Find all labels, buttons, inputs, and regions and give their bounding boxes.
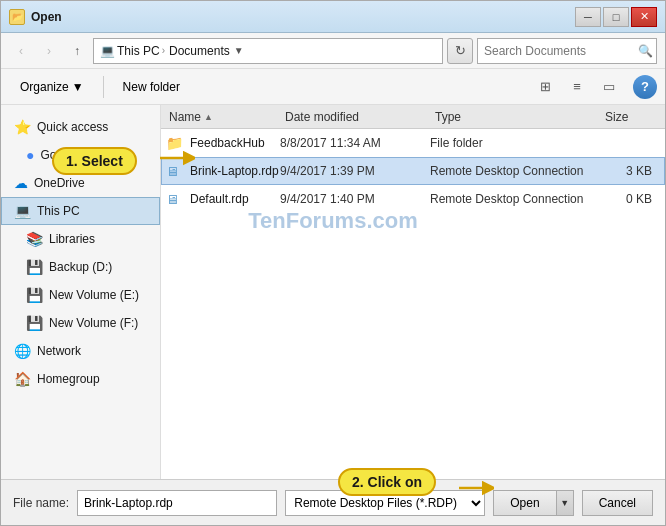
organize-button[interactable]: Organize ▼ (9, 74, 95, 100)
view-details-button[interactable]: ≡ (565, 75, 589, 99)
organize-chevron-icon: ▼ (72, 80, 84, 94)
minimize-button[interactable]: ─ (575, 7, 601, 27)
new-volume-f-icon: 💾 (26, 315, 43, 331)
window-icon: 📂 (9, 9, 25, 25)
path-segment-docs: Documents ▼ (169, 44, 244, 58)
view-columns-button[interactable]: ⊞ (533, 75, 557, 99)
google-drive-icon: ● (26, 147, 34, 163)
back-button[interactable]: ‹ (9, 39, 33, 63)
refresh-button[interactable]: ↻ (447, 38, 473, 64)
search-input[interactable] (484, 44, 634, 58)
sidebar-item-homegroup[interactable]: 🏠 Homegroup (1, 365, 160, 393)
file-area: Name ▲ Date modified Type Size (161, 105, 665, 479)
open-button[interactable]: Open (493, 490, 555, 516)
onedrive-icon: ☁ (14, 175, 28, 191)
address-bar: ‹ › ↑ 💻 This PC › Documents ▼ ↻ 🔍 (1, 33, 665, 69)
col-header-date[interactable]: Date modified (281, 110, 431, 124)
table-row[interactable]: 📁 FeedbackHub 8/8/2017 11:34 AM File fol… (161, 129, 665, 157)
sort-arrow-icon: ▲ (204, 112, 213, 122)
path-arrow-1: › (162, 45, 165, 56)
search-box[interactable]: 🔍 (477, 38, 657, 64)
dialog-window: 📂 Open ─ □ ✕ ‹ › ↑ 💻 This PC › Documents (0, 0, 666, 526)
title-bar: 📂 Open ─ □ ✕ (1, 1, 665, 33)
view-preview-button[interactable]: ▭ (597, 75, 621, 99)
rdp-icon: 🖥 (166, 164, 186, 179)
forward-button[interactable]: › (37, 39, 61, 63)
cancel-button[interactable]: Cancel (582, 490, 653, 516)
path-segment-pc: 💻 This PC › (100, 44, 165, 58)
path-dropdown-icon[interactable]: ▼ (234, 45, 244, 56)
this-pc-icon: 💻 (14, 203, 31, 219)
sidebar-item-this-pc[interactable]: 💻 This PC (1, 197, 160, 225)
sidebar-item-new-volume-f[interactable]: 💾 New Volume (F:) (1, 309, 160, 337)
open-dropdown-button[interactable]: ▼ (556, 490, 574, 516)
open-button-group: Open ▼ (493, 490, 573, 516)
homegroup-icon: 🏠 (14, 371, 31, 387)
toolbar-divider (103, 76, 104, 98)
sidebar-item-quick-access[interactable]: ⭐ Quick access (1, 113, 160, 141)
click-annotation: 2. Click on (338, 468, 436, 496)
filename-label: File name: (13, 496, 69, 510)
quick-access-icon: ⭐ (14, 119, 31, 135)
column-headers: Name ▲ Date modified Type Size (161, 105, 665, 129)
close-button[interactable]: ✕ (631, 7, 657, 27)
window-controls: ─ □ ✕ (575, 7, 657, 27)
up-button[interactable]: ↑ (65, 39, 89, 63)
maximize-button[interactable]: □ (603, 7, 629, 27)
open-dialog: 📂 Open ─ □ ✕ ‹ › ↑ 💻 This PC › Documents (0, 0, 666, 526)
sidebar-item-network[interactable]: 🌐 Network (1, 337, 160, 365)
address-path[interactable]: 💻 This PC › Documents ▼ (93, 38, 443, 64)
libraries-icon: 📚 (26, 231, 43, 247)
col-header-name[interactable]: Name ▲ (165, 110, 281, 124)
folder-icon: 📁 (166, 135, 186, 151)
col-header-size[interactable]: Size (601, 110, 661, 124)
file-list: 📁 FeedbackHub 8/8/2017 11:34 AM File fol… (161, 129, 665, 479)
col-header-type[interactable]: Type (431, 110, 601, 124)
help-button[interactable]: ? (633, 75, 657, 99)
new-volume-e-icon: 💾 (26, 287, 43, 303)
sidebar-item-new-volume-e[interactable]: 💾 New Volume (E:) (1, 281, 160, 309)
filename-input[interactable] (77, 490, 277, 516)
bottom-bar: File name: Remote Desktop Files (*.RDP) … (1, 479, 665, 525)
pc-icon: 💻 (100, 44, 115, 58)
toolbar: Organize ▼ New folder ⊞ ≡ ▭ ? (1, 69, 665, 105)
rdp-icon: 🖥 (166, 192, 186, 207)
select-annotation: 1. Select (52, 147, 137, 175)
sidebar-item-backup[interactable]: 💾 Backup (D:) (1, 253, 160, 281)
search-icon: 🔍 (638, 44, 653, 58)
new-folder-button[interactable]: New folder (112, 74, 191, 100)
sidebar-item-libraries[interactable]: 📚 Libraries (1, 225, 160, 253)
table-row[interactable]: 🖥 Brink-Laptop.rdp 9/4/2017 1:39 PM Remo… (161, 157, 665, 185)
window-title: Open (31, 10, 575, 24)
backup-icon: 💾 (26, 259, 43, 275)
network-icon: 🌐 (14, 343, 31, 359)
table-row[interactable]: 🖥 Default.rdp 9/4/2017 1:40 PM Remote De… (161, 185, 665, 213)
